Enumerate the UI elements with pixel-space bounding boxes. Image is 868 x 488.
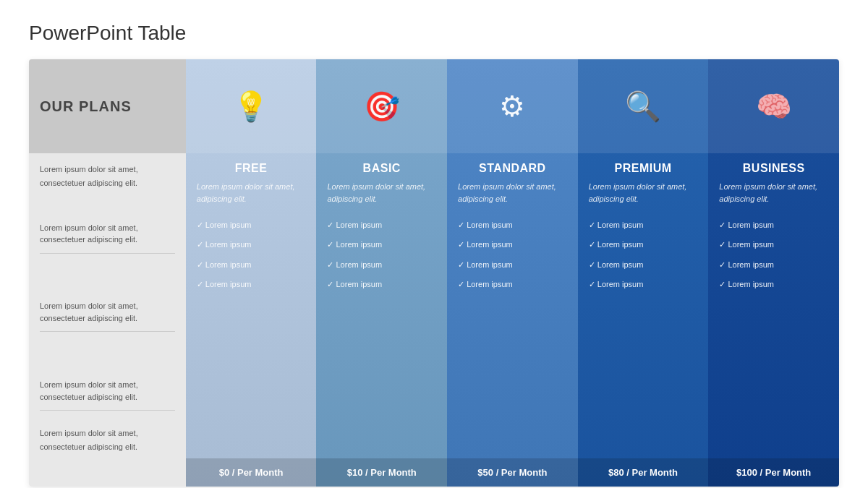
- standard-feature-3: Lorem ipsum: [458, 255, 567, 275]
- left-divider-2: [40, 331, 175, 332]
- premium-icon: 🔍: [625, 90, 661, 124]
- business-feature-1: Lorem ipsum: [719, 215, 828, 235]
- left-divider-3: [40, 410, 175, 411]
- left-group-3: Lorem ipsum dolor sit amet, consectetuer…: [40, 374, 175, 407]
- basic-name-row: BASIC: [316, 153, 447, 181]
- left-feature-1: [40, 257, 175, 276]
- business-plan-name: BUSINESS: [743, 162, 805, 174]
- premium-header: 🔍: [578, 59, 709, 153]
- standard-feature-1: Lorem ipsum: [458, 215, 567, 235]
- business-features: Lorem ipsum Lorem ipsum Lorem ipsum Lore…: [708, 212, 839, 458]
- col-business: 🧠 BUSINESS Lorem ipsum dolor sit amet, a…: [708, 59, 839, 487]
- standard-header: ⚙: [447, 59, 578, 153]
- left-desc-spacer: [29, 194, 186, 214]
- business-feature-2: Lorem ipsum: [719, 235, 828, 254]
- business-price: $100 / Per Month: [708, 458, 839, 487]
- business-icon: 🧠: [756, 90, 792, 124]
- free-feature-1: Lorem ipsum: [197, 215, 306, 235]
- premium-name-row: PREMIUM: [578, 153, 709, 181]
- free-feature-4: Lorem ipsum: [197, 275, 306, 294]
- left-bottom-row: Lorem ipsum dolor sit amet, consectetuer…: [29, 417, 186, 458]
- left-row-5: Lorem ipsum dolor sit amet, consectetuer…: [40, 429, 138, 451]
- basic-feature-4: Lorem ipsum: [327, 275, 436, 294]
- basic-feature-1: Lorem ipsum: [327, 215, 436, 235]
- standard-features: Lorem ipsum Lorem ipsum Lorem ipsum Lore…: [447, 212, 578, 458]
- basic-feature-3: Lorem ipsum: [327, 255, 436, 275]
- premium-description: Lorem ipsum dolor sit amet, adipiscing e…: [578, 181, 709, 212]
- premium-feature-1: Lorem ipsum: [589, 215, 698, 235]
- business-feature-4: Lorem ipsum: [719, 275, 828, 294]
- business-name-row: BUSINESS: [708, 153, 839, 181]
- basic-description: Lorem ipsum dolor sit amet, adipiscing e…: [316, 181, 447, 212]
- left-row-4: Lorem ipsum dolor sit amet, consectetuer…: [40, 379, 175, 403]
- premium-feature-4: Lorem ipsum: [589, 275, 698, 294]
- label-column: OUR PLANS Lorem ipsum dolor sit amet, co…: [29, 59, 186, 487]
- left-feature-4: [40, 355, 175, 374]
- standard-feature-4: Lorem ipsum: [458, 275, 567, 294]
- left-row-2: Lorem ipsum dolor sit amet, consectetuer…: [40, 222, 175, 246]
- standard-icon: ⚙: [499, 90, 525, 123]
- premium-feature-3: Lorem ipsum: [589, 255, 698, 275]
- premium-features: Lorem ipsum Lorem ipsum Lorem ipsum Lore…: [578, 212, 709, 458]
- left-features: Lorem ipsum dolor sit amet, consectetuer…: [29, 214, 186, 418]
- free-header: 💡: [186, 59, 317, 153]
- left-group-2: Lorem ipsum dolor sit amet, consectetuer…: [40, 296, 175, 328]
- standard-price: $50 / Per Month: [447, 458, 578, 487]
- standard-description: Lorem ipsum dolor sit amet, adipiscing e…: [447, 181, 578, 212]
- standard-name-row: STANDARD: [447, 153, 578, 181]
- free-description: Lorem ipsum dolor sit amet, adipiscing e…: [186, 181, 317, 212]
- free-name-row: FREE: [186, 153, 317, 181]
- left-name-row: Lorem ipsum dolor sit amet, consectetuer…: [29, 153, 186, 194]
- col-premium: 🔍 PREMIUM Lorem ipsum dolor sit amet, ad…: [578, 59, 709, 487]
- plans-label: OUR PLANS: [40, 98, 132, 115]
- plans-header: OUR PLANS: [29, 59, 186, 153]
- free-plan-name: FREE: [235, 162, 268, 174]
- premium-feature-2: Lorem ipsum: [589, 235, 698, 254]
- basic-plan-name: BASIC: [363, 162, 401, 174]
- free-features: Lorem ipsum Lorem ipsum Lorem ipsum Lore…: [186, 212, 317, 458]
- business-header: 🧠: [708, 59, 839, 153]
- premium-plan-name: PREMIUM: [614, 162, 671, 174]
- business-description: Lorem ipsum dolor sit amet, adipiscing e…: [708, 181, 839, 212]
- left-row-3: Lorem ipsum dolor sit amet, consectetuer…: [40, 300, 175, 324]
- pricing-table: OUR PLANS Lorem ipsum dolor sit amet, co…: [29, 59, 839, 487]
- free-icon: 💡: [233, 90, 269, 124]
- col-basic: 🎯 BASIC Lorem ipsum dolor sit amet, adip…: [316, 59, 447, 487]
- left-feature-3: [40, 335, 175, 354]
- basic-icon: 🎯: [364, 90, 400, 124]
- standard-feature-2: Lorem ipsum: [458, 235, 567, 254]
- free-feature-3: Lorem ipsum: [197, 255, 306, 275]
- basic-price: $10 / Per Month: [316, 458, 447, 487]
- left-divider-1: [40, 253, 175, 254]
- left-row-1: Lorem ipsum dolor sit amet, consectetuer…: [40, 165, 138, 187]
- standard-plan-name: STANDARD: [479, 162, 546, 174]
- left-feature-2: [40, 276, 175, 296]
- premium-price: $80 / Per Month: [578, 458, 709, 487]
- basic-header: 🎯: [316, 59, 447, 153]
- col-free: 💡 FREE Lorem ipsum dolor sit amet, adipi…: [186, 59, 317, 487]
- col-standard: ⚙ STANDARD Lorem ipsum dolor sit amet, a…: [447, 59, 578, 487]
- business-feature-3: Lorem ipsum: [719, 255, 828, 275]
- page-title: PowerPoint Table: [29, 22, 839, 45]
- basic-features: Lorem ipsum Lorem ipsum Lorem ipsum Lore…: [316, 212, 447, 458]
- free-feature-2: Lorem ipsum: [197, 235, 306, 254]
- free-price: $0 / Per Month: [186, 458, 317, 487]
- basic-feature-2: Lorem ipsum: [327, 235, 436, 254]
- left-group-1: Lorem ipsum dolor sit amet, consectetuer…: [40, 218, 175, 250]
